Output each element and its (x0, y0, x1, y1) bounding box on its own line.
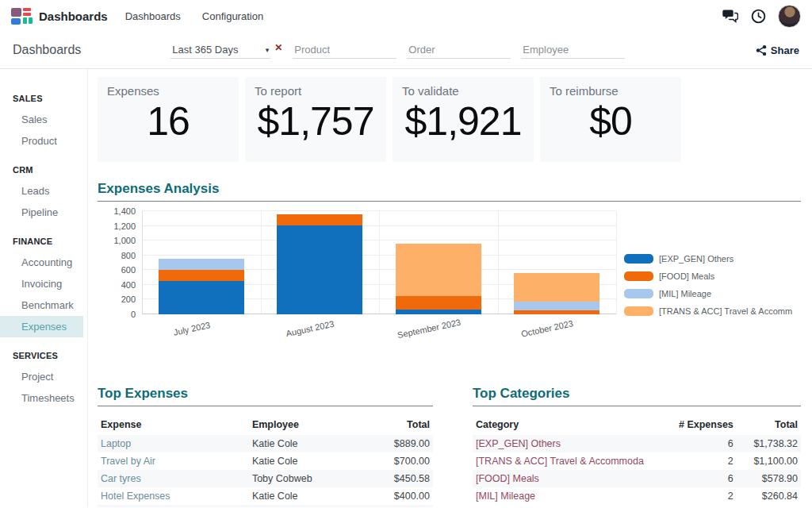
row-cell: $450.58 (358, 473, 430, 484)
bar-segment-exp-gen-others (277, 225, 362, 314)
table-row[interactable]: Travel by AirKatie Cole$700.00 (98, 452, 433, 470)
app-title[interactable]: Dashboards (39, 10, 108, 23)
table-row[interactable]: Hotel ExpensesKatie Cole$400.00 (98, 487, 433, 505)
sidebar-item-expenses[interactable]: Expenses (0, 316, 83, 337)
row-cell: Toby Cobweb (252, 473, 358, 484)
kpi-card-expenses[interactable]: Expenses16 (98, 77, 239, 162)
bar-group-october-2023[interactable] (498, 211, 617, 314)
kpi-row: Expenses16To report$1,757To validate$1,9… (98, 77, 801, 162)
x-axis-label: September 2023 (396, 318, 462, 341)
sidebar-item-timesheets[interactable]: Timesheets (0, 387, 87, 409)
date-range-filter[interactable]: Last 365 Days ▾ (170, 41, 270, 59)
bar-segment-exp-gen-others (159, 281, 244, 314)
bar-group-july-2023[interactable] (142, 211, 261, 314)
top-expenses-section: Top Expenses ExpenseEmployeeTotal Laptop… (98, 386, 433, 507)
row-link[interactable]: [FOOD] Meals (476, 473, 676, 484)
bar-segment-mil-mileage (159, 259, 244, 270)
sidebar-item-benchmark[interactable]: Benchmark (0, 294, 87, 316)
row-cell: 2 (676, 456, 733, 467)
kpi-card-to-report[interactable]: To report$1,757 (245, 77, 386, 162)
row-cell: 2 (676, 491, 733, 502)
table-row[interactable]: [TRANS & ACC] Travel & Accommoda2$1,100.… (473, 452, 801, 470)
kpi-card-to-validate[interactable]: To validate$1,921 (393, 77, 534, 162)
clear-filter-icon[interactable]: ✕ (274, 42, 282, 53)
table-row[interactable]: Car tyresToby Cobweb$450.58 (98, 470, 433, 487)
table-row[interactable]: [EXP_GEN] Others6$1,738.32 (473, 435, 801, 452)
bar-segment-mil-mileage (514, 302, 599, 310)
filter-inputs (293, 41, 625, 59)
row-link[interactable]: [MIL] Mileage (476, 491, 676, 502)
sidebar: SALESSalesProductCRMLeadsPipelineFINANCE… (0, 69, 88, 507)
nav-menu: DashboardsConfiguration (125, 10, 263, 22)
legend-item-food-meals[interactable]: [FOOD] Meals (624, 271, 792, 281)
legend-item-trans-acc-travel-accomm[interactable]: [TRANS & ACC] Travel & Accomm (624, 306, 792, 316)
y-tick: 600 (121, 265, 136, 275)
row-cell: $400.00 (358, 491, 430, 502)
row-link[interactable]: Car tyres (101, 473, 252, 484)
x-axis-label: August 2023 (285, 319, 335, 339)
legend-label: [MIL] Mileage (659, 289, 711, 298)
messages-icon[interactable] (722, 8, 738, 24)
row-link[interactable]: Laptop (101, 438, 252, 449)
legend-item-exp-gen-others[interactable]: [EXP_GEN] Others (624, 254, 792, 264)
table-row[interactable]: LaptopKatie Cole$889.00 (98, 435, 433, 452)
legend-swatch (624, 306, 653, 316)
table-row[interactable]: [FOOD] Meals6$578.90 (473, 470, 801, 487)
row-link[interactable]: [EXP_GEN] Others (476, 438, 676, 449)
kpi-value: $0 (550, 98, 672, 144)
row-cell: Katie Cole (252, 491, 358, 502)
filter-input-order[interactable] (407, 41, 511, 59)
row-cell: 6 (676, 438, 733, 449)
table-body: LaptopKatie Cole$889.00Travel by AirKati… (98, 435, 433, 507)
sidebar-item-product[interactable]: Product (0, 130, 87, 152)
filter-input-employee[interactable] (521, 41, 625, 59)
table-row[interactable]: [MIL] Mileage2$260.84 (473, 487, 801, 505)
share-icon (756, 44, 767, 56)
sidebar-item-sales[interactable]: Sales (0, 109, 87, 130)
activity-clock-icon[interactable] (750, 8, 766, 24)
column-header-expense: Expense (101, 419, 252, 430)
sidebar-item-project[interactable]: Project (0, 366, 87, 387)
top-navbar: Dashboards DashboardsConfiguration (0, 0, 812, 32)
stacked-bar[interactable] (396, 244, 481, 314)
bar-group-september-2023[interactable] (379, 211, 498, 314)
column-header-expenses: # Expenses (676, 419, 733, 430)
user-avatar[interactable] (778, 5, 801, 28)
filter-input-product[interactable] (293, 41, 396, 59)
nav-item-configuration[interactable]: Configuration (202, 10, 263, 22)
bar-segment-food-meals (159, 270, 244, 281)
row-cell: $700.00 (358, 456, 430, 467)
chevron-down-icon: ▾ (266, 46, 270, 54)
row-link[interactable]: [TRANS & ACC] Travel & Accommoda (476, 456, 676, 467)
nav-item-dashboards[interactable]: Dashboards (125, 10, 181, 22)
sidebar-item-leads[interactable]: Leads (0, 180, 87, 202)
page-title: Dashboards (13, 43, 81, 57)
sidebar-item-invoicing[interactable]: Invoicing (0, 273, 87, 294)
table-row[interactable]: ScreenKatie Cole$289.00 (98, 505, 433, 507)
row-cell: $1,738.32 (733, 438, 798, 449)
row-cell: $889.00 (358, 438, 430, 449)
y-tick: 1,400 (113, 206, 136, 216)
row-link[interactable]: Travel by Air (101, 456, 252, 467)
chart-plot (142, 211, 616, 314)
kpi-value: 16 (107, 98, 229, 144)
chart-x-labels: July 2023August 2023September 2023Octobe… (142, 316, 616, 346)
share-button[interactable]: Share (756, 44, 799, 56)
sidebar-item-accounting[interactable]: Accounting (0, 252, 87, 273)
bar-segment-trans-acc-travel-accomm (514, 273, 599, 302)
stacked-bar[interactable] (277, 214, 362, 314)
row-link[interactable]: Hotel Expenses (101, 491, 252, 502)
legend-item-mil-mileage[interactable]: [MIL] Mileage (624, 289, 792, 298)
kpi-label: To reimburse (550, 84, 672, 98)
row-cell: $578.90 (733, 473, 798, 484)
sidebar-item-pipeline[interactable]: Pipeline (0, 202, 87, 223)
stacked-bar[interactable] (159, 259, 244, 314)
stacked-bar[interactable] (514, 273, 599, 314)
row-cell: $1,100.00 (733, 456, 798, 467)
top-categories-title: Top Categories (473, 386, 801, 406)
app-logo-icon[interactable] (11, 8, 33, 25)
bar-group-august-2023[interactable] (261, 211, 380, 314)
column-header-employee: Employee (252, 419, 358, 430)
top-expenses-title: Top Expenses (98, 386, 433, 406)
kpi-card-to-reimburse[interactable]: To reimburse$0 (540, 77, 681, 162)
